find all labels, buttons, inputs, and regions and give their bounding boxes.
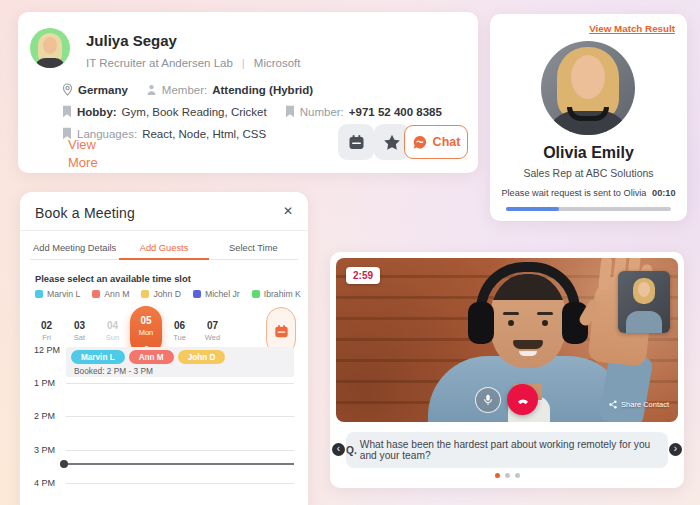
time-row: 3 PM: [34, 445, 294, 455]
wait-text: Please wait request is sent to Olivia: [501, 188, 646, 198]
time-label: 1 PM: [34, 378, 66, 388]
avatar: [30, 28, 70, 68]
location-value: Germany: [78, 84, 128, 96]
video-subject-shape: [503, 312, 519, 315]
question-text: What hase been the hardest part about wo…: [360, 439, 668, 461]
legend-swatch: [141, 290, 149, 298]
match-role: Sales Rep at ABC Solutions: [490, 167, 687, 179]
legend-swatch: [92, 290, 100, 298]
time-label: 2 PM: [34, 411, 66, 421]
avatar-shape: [626, 311, 662, 333]
time-row: 2 PM: [34, 411, 294, 421]
guest-chip: Ann M: [129, 350, 174, 364]
guest-chip: Marvin L: [71, 350, 125, 364]
slider-rail: [60, 463, 294, 465]
date-cell-02[interactable]: 02 Fri: [31, 320, 62, 342]
video-subject-shape: [598, 258, 612, 291]
video-call-card: 2:59: [330, 252, 684, 488]
date-num: 07: [197, 320, 228, 331]
legend-label: Marvin L: [47, 289, 80, 299]
time-gridline: [66, 450, 294, 451]
timeslot-prompt: Please select an available time slot: [35, 273, 191, 284]
mute-microphone-button[interactable]: [475, 387, 501, 413]
time-row: 1 PM: [34, 378, 294, 388]
phone-hang-up-icon: [516, 393, 530, 407]
tab-select-time[interactable]: Select Time: [209, 236, 298, 259]
view-more-link[interactable]: View More: [68, 136, 98, 172]
date-cell-06[interactable]: 06 Tue: [164, 320, 195, 342]
close-icon[interactable]: ✕: [283, 204, 293, 218]
call-timer-badge: 2:59: [346, 267, 380, 284]
carousel-dot-active[interactable]: [495, 473, 500, 478]
number-value: +971 52 400 8385: [349, 106, 442, 118]
end-call-button[interactable]: [507, 384, 538, 415]
self-view-pip[interactable]: [618, 271, 670, 333]
profile-card: Juliya Segay IT Recruiter at Andersen La…: [18, 12, 478, 173]
video-subject-shape: [519, 351, 537, 356]
previous-question-button[interactable]: ‹: [332, 443, 345, 456]
date-weekday: Sun: [97, 333, 128, 342]
modal-tabs: Add Meeting Details Add Guests Select Ti…: [30, 236, 298, 260]
subtitle-divider: |: [242, 57, 245, 69]
video-subject-shape: [513, 340, 543, 349]
date-cell-04[interactable]: 04 Sun: [97, 320, 128, 342]
legend-item: Marvin L: [35, 289, 80, 299]
avatar-shape: [638, 282, 650, 297]
date-num: 06: [164, 320, 195, 331]
member-icon: [146, 84, 157, 96]
time-grid: 12 PM 1 PM 2 PM 3 PM 4 PM Marvin: [34, 345, 294, 505]
date-weekday: Tue: [164, 333, 195, 342]
match-progress-fill: [506, 207, 559, 211]
legend-item: John D: [141, 289, 181, 299]
wait-timer: 00:10: [652, 188, 676, 198]
legend-label: John D: [153, 289, 181, 299]
view-match-result-link[interactable]: View Match Result: [589, 23, 675, 34]
date-weekday: Mon: [130, 328, 162, 337]
bookmark-icon: [62, 105, 72, 118]
legend-label: Ann M: [104, 289, 129, 299]
time-gridline: [66, 483, 294, 484]
time-label: 4 PM: [34, 478, 66, 488]
slider-handle[interactable]: [60, 460, 68, 468]
booking-modal: Book a Meeting ✕ Add Meeting Details Add…: [20, 192, 308, 505]
interview-question-caption: Q. What hase been the hardest part about…: [346, 432, 668, 468]
avatar-shape: [43, 37, 57, 54]
carousel-dot[interactable]: [515, 473, 520, 478]
video-subject-shape: [542, 320, 548, 326]
date-cell-03[interactable]: 03 Sat: [64, 320, 95, 342]
carousel-dot[interactable]: [505, 473, 510, 478]
wait-progress-bar: [506, 207, 671, 211]
legend-label: Michel Jr: [205, 289, 240, 299]
schedule-button[interactable]: [338, 124, 374, 160]
guest-legend: Marvin L Ann M John D Michel Jr Ibrahim …: [35, 289, 301, 299]
headphones-shape: [476, 262, 580, 310]
bookmark-icon: [285, 105, 295, 118]
date-num: 04: [97, 320, 128, 331]
video-subject-shape: [508, 320, 514, 326]
member-value: Attending (Hybrid): [212, 84, 313, 96]
calendar-icon: [348, 134, 365, 151]
profile-name: Juliya Segay: [86, 32, 177, 49]
video-subject-shape: [537, 312, 553, 315]
time-slider: [60, 460, 294, 468]
date-num: 05: [130, 315, 162, 326]
tab-add-meeting-details[interactable]: Add Meeting Details: [30, 236, 119, 259]
date-cell-07[interactable]: 07 Wed: [197, 320, 228, 342]
time-label: 3 PM: [34, 445, 66, 455]
main-video: 2:59: [336, 258, 678, 422]
guest-chip: John D: [178, 350, 226, 364]
detail-row-hobby-number: Hobby: Gym, Book Reading, Cricket Number…: [62, 105, 442, 118]
detail-row-location-member: Germany Member: Attending (Hybrid): [62, 83, 442, 96]
tab-add-guests[interactable]: Add Guests: [119, 236, 208, 260]
chat-label: Chat: [433, 135, 461, 149]
match-card: View Match Result Olivia Emily Sales Rep…: [490, 14, 687, 221]
chat-button[interactable]: Chat: [404, 125, 468, 159]
share-contact-button[interactable]: Share Contact: [609, 400, 669, 409]
time-row: 4 PM: [34, 478, 294, 488]
legend-item: Michel Jr: [193, 289, 240, 299]
hobby-label: Hobby:: [77, 106, 117, 118]
view-more-line1: View: [68, 136, 98, 154]
legend-swatch: [35, 290, 43, 298]
match-name: Olivia Emily: [490, 144, 687, 162]
next-question-button[interactable]: ›: [669, 443, 682, 456]
